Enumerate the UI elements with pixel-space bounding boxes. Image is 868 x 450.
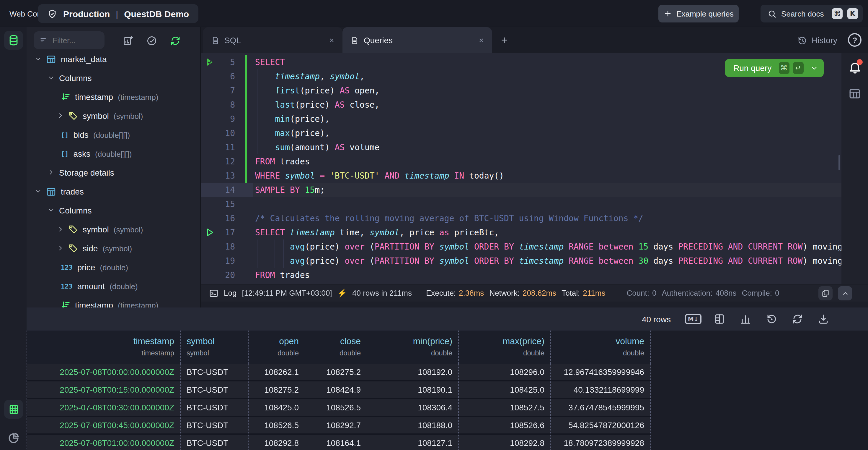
history-button[interactable]: History — [798, 27, 837, 53]
code-line-7[interactable]: 7 first(price) AS open, — [201, 83, 841, 97]
run-marker-icon[interactable] — [204, 227, 215, 238]
cell-close[interactable]: 108526.5 — [305, 399, 367, 416]
schema-filter[interactable] — [34, 31, 104, 49]
tree-item-amount[interactable]: 123amount(double) — [27, 277, 201, 296]
refresh-results-button[interactable] — [791, 313, 803, 325]
tree-item-storage-details[interactable]: Storage details — [27, 163, 201, 182]
code-line-14[interactable]: 14SAMPLE BY 15m; — [201, 183, 841, 197]
grid-view-button[interactable] — [4, 400, 23, 419]
cell-volume[interactable]: 18.780972389999928 — [551, 434, 651, 450]
cell-symbol[interactable]: BTC-USDT — [181, 364, 249, 380]
cell-max-price-[interactable]: 108526.6 — [459, 417, 551, 433]
code-line-19[interactable]: 19 avg(price) over (PARTITION BY symbol … — [201, 254, 841, 268]
chevron-down-icon[interactable] — [48, 207, 55, 214]
tree-item-symbol[interactable]: symbol(symbol) — [27, 220, 201, 239]
code-line-12[interactable]: 12FROM trades — [201, 154, 841, 169]
tree-item-columns[interactable]: Columns — [27, 201, 201, 220]
column-header-max-price-[interactable]: max(price)double — [459, 331, 551, 364]
layout-toggle-button[interactable] — [713, 313, 725, 325]
column-header-volume[interactable]: volumedouble — [551, 331, 651, 364]
cell-open[interactable]: 108425.0 — [249, 399, 305, 416]
tree-item-asks[interactable]: []asks(double[][]) — [27, 144, 201, 163]
restore-button[interactable] — [765, 313, 777, 325]
chevron-right-icon[interactable] — [57, 112, 64, 119]
code-line-17[interactable]: 17SELECT timestamp time, symbol, price a… — [201, 225, 841, 240]
run-check-marker-icon[interactable] — [204, 57, 215, 67]
cell-volume[interactable]: 54.82547872000126 — [551, 417, 651, 433]
cell-open[interactable]: 108275.2 — [249, 382, 305, 398]
tree-item-columns[interactable]: Columns — [27, 68, 201, 87]
cell-timestamp[interactable]: 2025-07-08T01:00:00.000000Z — [27, 434, 181, 450]
result-panel-toggle[interactable] — [848, 87, 861, 100]
grid-row-2[interactable]: 2025-07-08T00:30:00.000000ZBTC-USDT10842… — [27, 399, 651, 417]
markdown-export-button[interactable]: M↓ — [687, 313, 699, 325]
cell-symbol[interactable]: BTC-USDT — [181, 417, 249, 433]
chevron-right-icon[interactable] — [57, 226, 64, 233]
help-button[interactable]: ? — [848, 33, 862, 47]
run-query-button[interactable]: Run query ⌘ ↵ — [725, 59, 824, 77]
cell-symbol[interactable]: BTC-USDT — [181, 434, 249, 450]
cell-timestamp[interactable]: 2025-07-08T00:45:00.000000Z — [27, 417, 181, 433]
tab-queries-close-icon[interactable]: × — [479, 35, 484, 45]
collapse-log-button[interactable] — [838, 286, 852, 301]
chevron-right-icon[interactable] — [48, 169, 55, 176]
code-line-15[interactable]: 15 — [201, 197, 841, 211]
chart-button[interactable] — [739, 313, 751, 325]
cell-min-price-[interactable]: 108127.1 — [367, 434, 459, 450]
results-grid[interactable]: timestamptimestampsymbolsymbolopendouble… — [27, 331, 651, 450]
cell-timestamp[interactable]: 2025-07-08T00:15:00.000000Z — [27, 382, 181, 398]
code-line-18[interactable]: 18 avg(price) over (PARTITION BY symbol … — [201, 240, 841, 254]
tables-panel-button[interactable] — [4, 31, 23, 50]
cell-min-price-[interactable]: 108188.0 — [367, 417, 459, 433]
cell-open[interactable]: 108262.1 — [249, 364, 305, 380]
chevron-right-icon[interactable] — [57, 245, 64, 252]
column-header-timestamp[interactable]: timestamptimestamp — [27, 331, 181, 364]
grid-row-0[interactable]: 2025-07-08T00:00:00.000000ZBTC-USDT10826… — [27, 364, 651, 382]
code-line-9[interactable]: 9 min(price), — [201, 112, 841, 126]
tree-item-timestamp[interactable]: timestamp(timestamp) — [27, 87, 201, 107]
tab-sql-close-icon[interactable]: × — [330, 35, 334, 45]
cell-open[interactable]: 108526.5 — [249, 417, 305, 433]
cell-min-price-[interactable]: 108306.4 — [367, 399, 459, 416]
column-header-close[interactable]: closedouble — [305, 331, 367, 364]
column-header-symbol[interactable]: symbolsymbol — [181, 331, 249, 364]
copy-log-button[interactable] — [818, 286, 833, 301]
code-line-20[interactable]: 20FROM trades — [201, 268, 841, 282]
cell-volume[interactable]: 40.1332118699999 — [551, 382, 651, 398]
cell-symbol[interactable]: BTC-USDT — [181, 399, 249, 416]
tree-item-price[interactable]: 123price(double) — [27, 258, 201, 277]
chevron-down-icon[interactable] — [811, 64, 818, 72]
code-line-10[interactable]: 10 max(price), — [201, 126, 841, 140]
cell-timestamp[interactable]: 2025-07-08T00:30:00.000000Z — [27, 399, 181, 416]
cell-volume[interactable]: 12.967416359999946 — [551, 364, 651, 380]
tree-item-bids[interactable]: []bids(double[][]) — [27, 125, 201, 144]
grid-row-3[interactable]: 2025-07-08T00:45:00.000000ZBTC-USDT10852… — [27, 417, 651, 434]
download-csv-button[interactable] — [817, 313, 829, 325]
grid-row-1[interactable]: 2025-07-08T00:15:00.000000ZBTC-USDT10827… — [27, 382, 651, 399]
column-header-min-price-[interactable]: min(price)double — [367, 331, 459, 364]
tree-item-trades[interactable]: trades — [27, 182, 201, 201]
suspended-filter-button[interactable] — [147, 35, 157, 46]
cell-max-price-[interactable]: 108527.5 — [459, 399, 551, 416]
cell-volume[interactable]: 37.67478545999995 — [551, 399, 651, 416]
instance-selector[interactable]: Production | QuestDB Demo — [38, 4, 198, 23]
cell-max-price-[interactable]: 108425.0 — [459, 382, 551, 398]
tab-sql[interactable]: SQL × — [203, 27, 342, 53]
tree-item-symbol[interactable]: symbol(symbol) — [27, 107, 201, 125]
cell-min-price-[interactable]: 108190.1 — [367, 382, 459, 398]
cell-timestamp[interactable]: 2025-07-08T00:00:00.000000Z — [27, 364, 181, 380]
add-matview-button[interactable] — [123, 35, 133, 46]
tree-item-side[interactable]: side(symbol) — [27, 239, 201, 258]
tree-item-timestamp[interactable]: timestamp(timestamp) — [27, 296, 201, 308]
new-tab-button[interactable]: + — [498, 34, 510, 46]
code-line-8[interactable]: 8 last(price) AS close, — [201, 97, 841, 112]
example-queries-button[interactable]: Example queries — [658, 5, 739, 23]
search-docs-button[interactable]: Search docs ⌘ K — [761, 5, 863, 23]
notifications-button[interactable] — [848, 60, 862, 75]
code-line-13[interactable]: 13WHERE symbol = 'BTC-USDT' AND timestam… — [201, 169, 841, 183]
cell-close[interactable]: 108424.9 — [305, 382, 367, 398]
cell-close[interactable]: 108164.1 — [305, 434, 367, 450]
cell-close[interactable]: 108275.2 — [305, 364, 367, 380]
sql-editor[interactable]: 5SELECT6 timestamp, symbol,7 first(price… — [201, 53, 841, 284]
chevron-down-icon[interactable] — [35, 56, 42, 63]
